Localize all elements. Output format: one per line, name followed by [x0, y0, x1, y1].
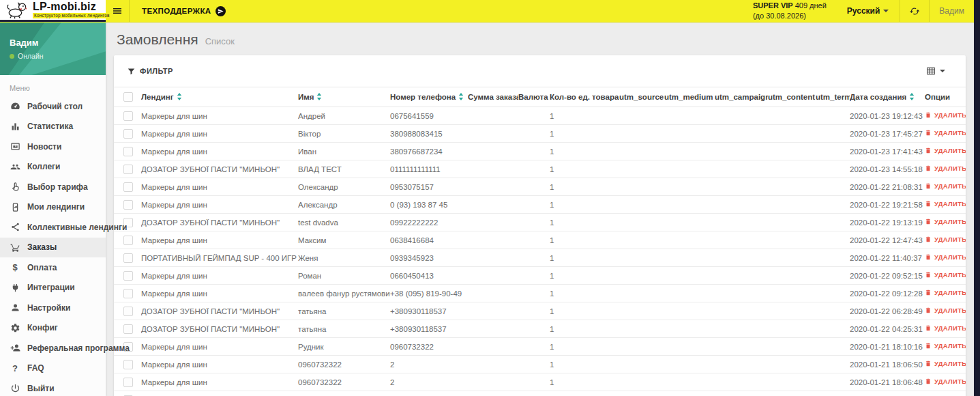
delete-button[interactable]: УДАЛИТЬ [925, 129, 966, 137]
page-head: Замовлення Список [114, 31, 966, 48]
row-checkbox[interactable] [123, 200, 133, 210]
sidebar-item-referral[interactable]: Реферальная программа [0, 338, 106, 358]
delete-button[interactable]: УДАЛИТЬ [925, 307, 966, 314]
sidebar-item-colleagues[interactable]: Коллеги [0, 157, 106, 178]
cell-utm_content [768, 125, 816, 143]
cell-utm_source [619, 391, 664, 396]
table-row: Маркеры для шинМаксим063841668412020-01-… [114, 231, 966, 249]
row-checkbox[interactable] [123, 129, 133, 139]
column-header-created[interactable]: Дата создания [850, 87, 925, 107]
row-checkbox[interactable] [123, 147, 133, 156]
sidebar-item-statistics[interactable]: Статистика [0, 117, 106, 137]
support-button[interactable]: ТЕХПОДДЕРЖКА [130, 6, 238, 16]
cell-name: Віктор [298, 125, 390, 143]
sidebar-item-payment[interactable]: $Оплата [0, 257, 106, 278]
cell-created: 2020-01-22 12:47:43 [850, 231, 925, 249]
delete-button[interactable]: УДАЛИТЬ [925, 165, 966, 172]
sidebar-item-my-landings[interactable]: Мои лендинги [0, 197, 106, 218]
cell-utm_campaign [715, 143, 768, 160]
cell-utm_content [768, 178, 816, 196]
sidebar-item-label: Реферальная программа [27, 343, 130, 353]
delete-button[interactable]: УДАЛИТЬ [925, 253, 966, 261]
delete-button[interactable]: УДАЛИТЬ [925, 289, 966, 296]
cell-currency [518, 178, 550, 196]
cell-name: татьяна [298, 302, 390, 320]
row-checkbox[interactable] [123, 378, 133, 387]
sidebar-item-settings[interactable]: Настройки [0, 298, 106, 318]
delete-button[interactable]: УДАЛИТЬ [925, 182, 966, 190]
cell-phone: 0675641559 [390, 107, 468, 125]
cell-created: 2020-01-23 17:41:43 [850, 143, 925, 160]
cell-utm_source [619, 143, 664, 160]
row-checkbox[interactable] [123, 182, 133, 192]
sidebar-item-config[interactable]: Конфиг [0, 318, 106, 339]
column-header-order_sum: Сумма заказа [468, 87, 518, 107]
cell-utm_medium [664, 196, 715, 214]
sort-icon [177, 93, 182, 100]
cell-landing: Маркеры для шин [141, 107, 298, 125]
plan-name: SUPER VIP [753, 1, 793, 10]
cell-utm_content [768, 249, 816, 267]
select-all-header [114, 87, 141, 107]
cell-phone: 0953075157 [390, 178, 468, 196]
delete-button[interactable]: УДАЛИТЬ [925, 324, 966, 332]
delete-button[interactable]: УДАЛИТЬ [925, 342, 966, 350]
delete-button[interactable]: УДАЛИТЬ [925, 200, 966, 208]
row-checkbox[interactable] [123, 271, 133, 281]
brand-logo[interactable]: LP-mobi.biz Конструктор мобильных лендин… [0, 0, 106, 22]
language-selector[interactable]: Русский [836, 0, 900, 22]
sidebar-item-news[interactable]: Новости [0, 137, 106, 157]
cell-utm_term [816, 143, 850, 160]
menu-toggle-icon[interactable] [106, 0, 129, 22]
topbar-username[interactable]: Вадим [930, 0, 974, 22]
cell-utm_term [816, 231, 850, 249]
cell-phone: 0674653898 [390, 391, 468, 396]
column-header-utm_source: utm_source [619, 87, 664, 107]
cell-landing: Маркеры для шин [141, 231, 298, 249]
scrollbar[interactable] [974, 0, 980, 396]
cell-qty: 1 [550, 373, 619, 391]
sidebar-item-dashboard[interactable]: Рабочий стол [0, 96, 106, 117]
columns-toggle-button[interactable] [926, 66, 945, 76]
row-checkbox[interactable] [123, 253, 133, 263]
column-header-phone[interactable]: Номер телефона [390, 87, 468, 107]
sidebar-item-faq[interactable]: ?FAQ [0, 358, 106, 379]
row-checkbox[interactable] [123, 111, 133, 121]
delete-button[interactable]: УДАЛИТЬ [925, 218, 966, 225]
refresh-icon[interactable] [900, 0, 929, 22]
delete-button[interactable]: УДАЛИТЬ [925, 271, 966, 279]
sidebar-item-orders[interactable]: Заказы [0, 238, 106, 258]
orders-table: ЛендингИмяНомер телефонаСумма заказаВалю… [114, 87, 966, 396]
filter-button[interactable]: ФИЛЬТР [128, 67, 173, 75]
row-checkbox[interactable] [123, 165, 133, 174]
cell-utm_term [816, 107, 850, 125]
table-row: ДОЗАТОР ЗУБНОЇ ПАСТИ "МИНЬОН"татьяна+380… [114, 320, 966, 338]
column-header-landing[interactable]: Лендинг [141, 87, 298, 107]
delete-button[interactable]: УДАЛИТЬ [925, 378, 966, 385]
row-checkbox[interactable] [123, 289, 133, 298]
sidebar-item-collective-landings[interactable]: Коллективные лендинги [0, 217, 106, 238]
row-checkbox[interactable] [123, 307, 133, 316]
cell-utm_content [768, 391, 816, 396]
table-row: Маркеры для шинАндрей067564155912020-01-… [114, 107, 966, 125]
delete-button[interactable]: УДАЛИТЬ [925, 147, 966, 154]
cell-utm_source [619, 107, 664, 125]
cell-name: Иван [298, 143, 390, 160]
row-checkbox[interactable] [123, 324, 133, 334]
sidebar-item-tariff[interactable]: Выбор тарифа [0, 177, 106, 197]
delete-button[interactable]: УДАЛИТЬ [925, 111, 966, 119]
sidebar-item-integrations[interactable]: Интеграции [0, 278, 106, 298]
cell-currency [518, 285, 550, 302]
cell-utm_medium [664, 391, 715, 396]
cell-name: Женя [298, 249, 390, 267]
row-checkbox[interactable] [123, 360, 133, 369]
landings-icon [10, 201, 20, 212]
column-header-name[interactable]: Имя [298, 87, 390, 107]
delete-button[interactable]: УДАЛИТЬ [925, 360, 966, 367]
row-checkbox[interactable] [123, 236, 133, 245]
table-row: Маркеры для шинРоман066045041312020-01-2… [114, 267, 966, 285]
cell-utm_campaign [715, 178, 768, 196]
sidebar-item-logout[interactable]: Выйти [0, 378, 106, 396]
select-all-checkbox[interactable] [123, 92, 133, 102]
delete-button[interactable]: УДАЛИТЬ [925, 236, 966, 243]
